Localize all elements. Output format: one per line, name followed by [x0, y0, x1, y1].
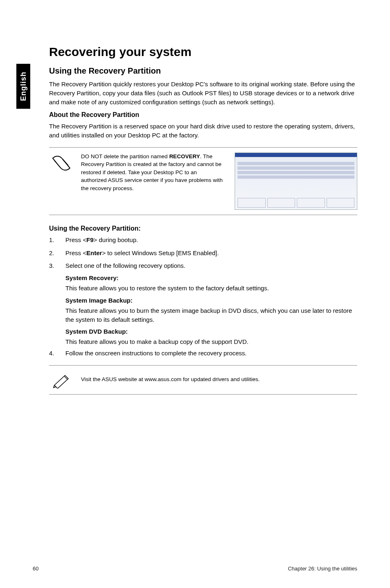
step-body: Follow the onscreen instructions to comp… [65, 349, 357, 358]
option-heading-dvd-backup: System DVD Backup: [65, 328, 357, 335]
steps-list: 1. Press <F9> during bootup. 2. Press <E… [49, 236, 357, 270]
step2-pre: Press < [65, 249, 86, 256]
step-number: 3. [49, 261, 57, 270]
step-body: Press <F9> during bootup. [65, 236, 357, 245]
step-1: 1. Press <F9> during bootup. [49, 236, 357, 245]
language-tab: English [16, 64, 30, 109]
recovery-options: System Recovery: This feature allows you… [65, 274, 357, 346]
warning-icon [49, 153, 74, 173]
step-4: 4. Follow the onscreen instructions to c… [49, 349, 357, 358]
step-number: 1. [49, 236, 57, 245]
step2-key: Enter [86, 249, 102, 256]
step-number: 4. [49, 349, 57, 358]
step1-post: > during bootup. [94, 236, 138, 243]
chapter-label: Chapter 26: Using the utilities [288, 566, 357, 572]
option-body-system-recovery: This feature allows you to restore the s… [65, 284, 357, 293]
warning-note: DO NOT delete the partition named RECOVE… [49, 147, 357, 215]
step1-pre: Press < [65, 236, 86, 243]
step-body: Press <Enter> to select Windows Setup [E… [65, 249, 357, 258]
step1-key: F9 [86, 236, 94, 243]
step-3: 3. Select one of the following recovery … [49, 261, 357, 270]
page-number: 60 [33, 566, 38, 572]
warning-text: DO NOT delete the partition named RECOVE… [81, 153, 227, 193]
pencil-icon [49, 371, 74, 388]
about-paragraph: The Recovery Partition is a reserved spa… [49, 122, 357, 140]
using-heading: Using the Recovery Partition: [49, 225, 357, 232]
step-body: Select one of the following recovery opt… [65, 261, 357, 270]
warning-bold: RECOVERY [169, 153, 200, 159]
option-body-dvd-backup: This feature allows you to make a backup… [65, 337, 357, 346]
intro-paragraph: The Recovery Partition quickly restores … [49, 80, 357, 106]
page: English Recovering your system Using the… [0, 0, 390, 588]
option-body-image-backup: This feature allows you to burn the syst… [65, 306, 357, 324]
tip-note: Visit the ASUS website at www.asus.com f… [49, 365, 357, 395]
disk-management-screenshot [235, 153, 357, 210]
section-heading: Using the Recovery Partition [49, 66, 357, 76]
option-heading-image-backup: System Image Backup: [65, 297, 357, 304]
step-number: 2. [49, 249, 57, 258]
step2-post: > to select Windows Setup [EMS Enabled]. [102, 249, 219, 256]
page-heading: Recovering your system [49, 45, 357, 59]
step-2: 2. Press <Enter> to select Windows Setup… [49, 249, 357, 258]
page-footer: 60 Chapter 26: Using the utilities [33, 566, 357, 572]
language-tab-label: English [19, 72, 28, 101]
tip-text: Visit the ASUS website at www.asus.com f… [81, 376, 260, 384]
option-heading-system-recovery: System Recovery: [65, 274, 357, 281]
about-heading: About the Recovery Partition [49, 111, 357, 119]
warning-pre: DO NOT delete the partition named [81, 153, 169, 159]
steps-list-cont: 4. Follow the onscreen instructions to c… [49, 349, 357, 358]
